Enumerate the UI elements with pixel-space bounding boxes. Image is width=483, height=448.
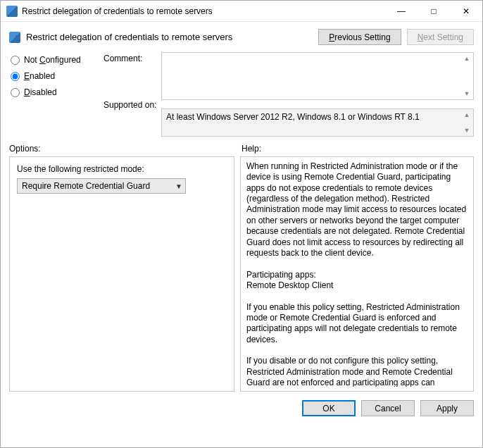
chevron-up-icon[interactable]: ▲ <box>460 53 473 64</box>
minimize-button[interactable]: — <box>385 1 418 22</box>
policy-title: Restrict delegation of credentials to re… <box>26 32 313 42</box>
options-heading: Use the following restricted mode: <box>17 164 227 174</box>
scroll-arrows: ▲ ▼ <box>460 53 473 99</box>
supported-on-text: At least Windows Server 2012 R2, Windows… <box>166 112 420 122</box>
radio-enabled-input[interactable] <box>11 72 20 81</box>
field-column: ▲ ▼ At least Windows Server 2012 R2, Win… <box>161 52 474 137</box>
lower-panels: Use the following restricted mode: Requi… <box>1 156 482 392</box>
radio-enabled-label: Enabled <box>24 71 55 81</box>
chevron-up-icon[interactable]: ▲ <box>460 109 473 120</box>
window-title: Restrict delegation of credentials to re… <box>22 6 385 16</box>
close-button[interactable]: ✕ <box>450 1 482 22</box>
scroll-arrows: ▲ ▼ <box>460 109 473 136</box>
upper-panel: Not Configured Enabled Disabled Comment:… <box>1 49 482 137</box>
ok-button[interactable]: OK <box>302 400 356 416</box>
restricted-mode-dropdown[interactable]: Require Remote Credential Guard ▼ <box>17 178 186 194</box>
policy-icon <box>9 32 20 43</box>
radio-disabled-label: Disabled <box>24 87 57 97</box>
policy-header: Restrict delegation of credentials to re… <box>1 22 482 49</box>
supported-on-box: At least Windows Server 2012 R2, Windows… <box>161 108 474 137</box>
next-setting-button[interactable]: Next Setting <box>407 29 474 45</box>
help-text[interactable]: When running in Restricted Administratio… <box>246 161 470 387</box>
apply-button[interactable]: Apply <box>420 400 474 416</box>
state-radios: Not Configured Enabled Disabled <box>11 52 102 137</box>
comment-input[interactable]: ▲ ▼ <box>161 52 474 100</box>
mnemonic: P <box>329 32 334 42</box>
comment-label: Comment: <box>104 54 160 63</box>
titlebar: Restrict delegation of credentials to re… <box>1 1 482 22</box>
radio-enabled[interactable]: Enabled <box>11 71 102 81</box>
radio-disabled[interactable]: Disabled <box>11 87 102 97</box>
app-icon <box>6 6 18 17</box>
radio-disabled-input[interactable] <box>11 88 20 97</box>
previous-setting-button[interactable]: Previous Setting <box>318 29 401 45</box>
radio-not-configured-label: Not Configured <box>24 55 81 65</box>
chevron-down-icon: ▼ <box>175 182 182 190</box>
mnemonic: N <box>418 32 424 42</box>
radio-not-configured-input[interactable] <box>11 56 20 65</box>
supported-label: Supported on: <box>104 100 160 110</box>
maximize-button[interactable]: □ <box>418 1 450 22</box>
options-panel: Use the following restricted mode: Requi… <box>9 156 234 392</box>
section-labels: Options: Help: <box>1 137 482 156</box>
dropdown-value: Require Remote Credential Guard <box>22 181 150 191</box>
radio-not-configured[interactable]: Not Configured <box>11 55 102 65</box>
cancel-button[interactable]: Cancel <box>361 400 415 416</box>
options-label: Options: <box>9 144 242 154</box>
chevron-down-icon[interactable]: ▼ <box>460 125 473 136</box>
label-column: Comment: Supported on: <box>104 52 160 137</box>
help-panel: When running in Restricted Administratio… <box>240 156 474 392</box>
chevron-down-icon[interactable]: ▼ <box>460 88 473 99</box>
dialog-footer: OK Cancel Apply <box>1 392 482 416</box>
help-label: Help: <box>242 144 261 154</box>
